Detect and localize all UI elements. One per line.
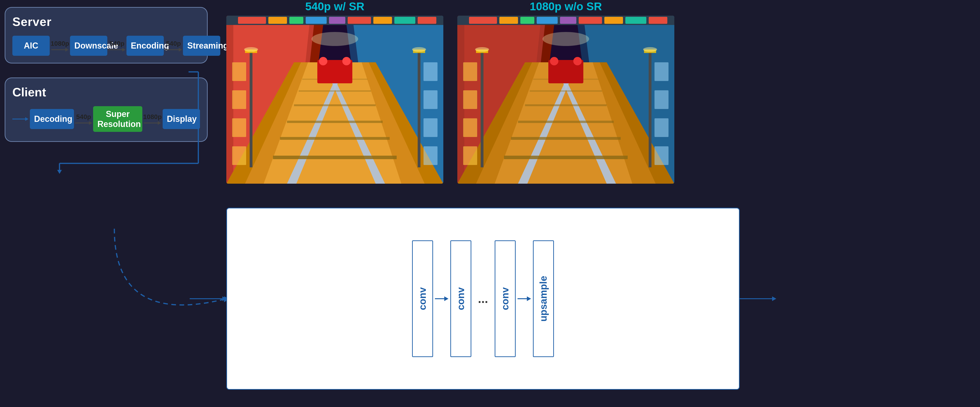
svg-rect-72	[504, 156, 628, 159]
svg-rect-47	[423, 62, 438, 81]
decoding-box: Decoding	[30, 109, 74, 129]
svg-point-41	[412, 47, 426, 52]
svg-rect-63	[579, 17, 602, 24]
game-image-1080p	[457, 16, 675, 184]
svg-point-87	[542, 32, 589, 46]
svg-point-38	[244, 47, 258, 52]
input-shaft	[190, 298, 223, 299]
svg-rect-88	[463, 62, 477, 81]
svg-rect-89	[463, 90, 477, 109]
svg-rect-64	[605, 17, 623, 24]
svg-rect-91	[463, 146, 477, 165]
output-shaft	[740, 298, 772, 299]
svg-rect-43	[232, 62, 246, 81]
svg-point-35	[342, 57, 351, 65]
display-box: Display	[162, 109, 200, 129]
image-1080p-label: 1080p w/o SR	[530, 0, 602, 13]
cnn-dots: ...	[478, 292, 488, 306]
svg-rect-44	[232, 90, 246, 109]
svg-rect-75	[525, 104, 607, 106]
cnn-diagram: conv conv ... conv upsample	[226, 208, 740, 390]
image-540p-col: 540p w/ SR	[226, 0, 443, 184]
svg-rect-95	[654, 146, 668, 165]
svg-rect-93	[654, 90, 668, 109]
label-1080p-client: 1080p	[143, 113, 162, 121]
svg-rect-90	[463, 118, 477, 137]
svg-rect-74	[518, 121, 614, 123]
svg-point-79	[550, 57, 558, 65]
server-flow: AIC 1080p Downscale 540p	[13, 36, 200, 56]
svg-rect-19	[373, 17, 392, 24]
svg-rect-28	[280, 137, 390, 140]
arrow-540p-1: 540p	[108, 40, 126, 52]
cnn-input-arrow	[190, 296, 227, 301]
svg-rect-66	[649, 17, 667, 24]
client-box: Client Decoding 540p Super Resol	[5, 78, 208, 142]
svg-point-86	[643, 47, 657, 52]
downscale-box: Downscale	[70, 36, 107, 56]
label-540p-2: 540p	[166, 40, 181, 48]
svg-rect-65	[625, 17, 646, 24]
svg-rect-62	[560, 17, 576, 24]
svg-marker-4	[57, 170, 62, 174]
client-flow: Decoding 540p Super Resolution 1080p	[13, 106, 200, 132]
svg-rect-94	[654, 118, 668, 137]
left-panel: Server AIC 1080p Downscale 540p	[5, 7, 208, 142]
arrow-1080p-client: 1080p	[143, 113, 162, 125]
svg-rect-17	[329, 17, 345, 24]
output-arrowhead	[772, 296, 776, 301]
svg-rect-49	[423, 118, 438, 137]
upsample-block: upsample	[533, 240, 554, 357]
super-resolution-box: Super Resolution	[93, 106, 142, 132]
svg-point-34	[319, 57, 328, 65]
input-arrowhead	[223, 296, 227, 301]
server-box: Server AIC 1080p Downscale 540p	[5, 7, 208, 64]
svg-rect-46	[232, 146, 246, 165]
arrow-540p-client: 540p	[75, 113, 92, 125]
label-540p-1: 540p	[110, 40, 124, 48]
streaming-box: Streaming	[183, 36, 220, 56]
svg-rect-84	[649, 51, 651, 167]
cnn-arrow-2	[517, 296, 531, 301]
svg-rect-58	[469, 17, 497, 24]
svg-rect-30	[294, 104, 375, 106]
svg-rect-20	[395, 17, 415, 24]
server-label: Server	[13, 15, 200, 29]
arrow-540p-2: 540p	[165, 40, 182, 52]
svg-rect-18	[348, 17, 371, 24]
svg-rect-27	[273, 156, 397, 159]
svg-rect-61	[537, 17, 558, 24]
svg-point-80	[573, 57, 582, 65]
svg-rect-14	[268, 17, 287, 24]
aic-box: AIC	[13, 36, 50, 56]
encoding-box: Encoding	[126, 36, 164, 56]
cnn-arrow-1	[435, 296, 449, 301]
label-1080p: 1080p	[51, 40, 69, 48]
client-label: Client	[13, 85, 200, 99]
svg-rect-81	[480, 51, 484, 167]
svg-rect-16	[305, 17, 327, 24]
svg-rect-36	[250, 51, 253, 167]
svg-rect-50	[423, 146, 438, 165]
svg-rect-76	[530, 90, 602, 92]
incoming-arrow	[13, 117, 30, 121]
svg-rect-21	[418, 17, 436, 24]
svg-rect-60	[520, 17, 535, 24]
image-540p-label: 540p w/ SR	[305, 0, 364, 13]
cnn-arrowhead-2	[527, 296, 531, 301]
conv-block-2: conv	[450, 240, 471, 357]
cnn-arrowhead-1	[444, 296, 449, 301]
cnn-output-arrow	[740, 296, 776, 301]
label-540p-client: 540p	[76, 113, 91, 121]
game-scene-1080p	[457, 16, 675, 184]
conv-block-1: conv	[412, 240, 433, 357]
conv-block-3: conv	[495, 240, 515, 357]
svg-rect-45	[232, 118, 246, 137]
svg-rect-73	[511, 137, 620, 140]
svg-point-83	[475, 47, 489, 52]
svg-rect-59	[500, 17, 518, 24]
game-image-540p	[226, 16, 443, 184]
svg-rect-15	[290, 17, 303, 24]
arrow-1080p: 1080p	[51, 40, 69, 52]
svg-rect-92	[654, 62, 668, 81]
